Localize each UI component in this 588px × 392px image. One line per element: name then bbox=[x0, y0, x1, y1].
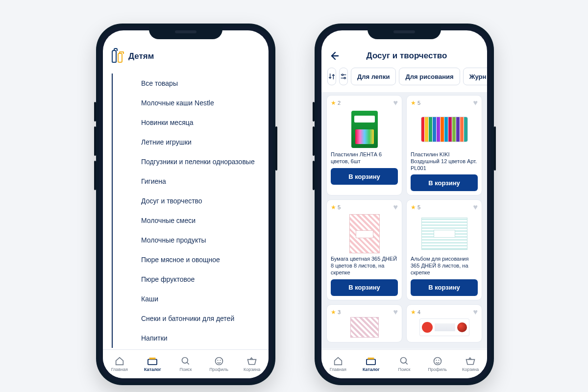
svg-point-2 bbox=[182, 358, 188, 364]
phone-left: Детям Все товары Молочные каши Nestle Но… bbox=[96, 24, 275, 385]
category-item[interactable]: Все товары bbox=[135, 74, 269, 93]
rating: ★2 bbox=[331, 99, 341, 106]
product-card[interactable]: ★5 ♥ Пластилин KIKI Воздушный 12 цветов … bbox=[406, 95, 482, 196]
svg-point-13 bbox=[438, 360, 439, 361]
category-item[interactable]: Каши bbox=[135, 289, 269, 309]
product-image bbox=[411, 213, 478, 255]
product-card[interactable]: ★2 ♥ Пластилин ЛЕНТА 6 цветов, 6шт В кор… bbox=[326, 95, 402, 196]
svg-point-3 bbox=[215, 358, 222, 365]
svg-rect-0 bbox=[148, 359, 157, 365]
nav-label: Поиск bbox=[398, 367, 411, 372]
product-name: Бумага цветная 365 ДНЕЙ 8 цветов 8 листо… bbox=[331, 256, 398, 276]
star-icon: ★ bbox=[331, 204, 336, 211]
nav-catalog[interactable]: Каталог bbox=[136, 350, 170, 378]
filter-chip[interactable]: Для рисования bbox=[399, 68, 460, 85]
home-icon bbox=[114, 356, 125, 366]
category-list: Все товары Молочные каши Nestle Новинки … bbox=[103, 74, 269, 349]
sort-icon bbox=[328, 73, 336, 80]
svg-point-5 bbox=[220, 360, 220, 361]
favorite-button[interactable]: ♥ bbox=[393, 98, 398, 107]
basket-icon bbox=[465, 356, 476, 366]
nav-search[interactable]: Поиск bbox=[388, 350, 421, 378]
product-card[interactable]: ★4 ♥ bbox=[406, 304, 482, 343]
nav-label: Каталог bbox=[144, 367, 161, 372]
nav-label: Корзина bbox=[462, 367, 479, 372]
svg-point-4 bbox=[217, 360, 218, 361]
basket-icon bbox=[246, 356, 257, 366]
category-item[interactable]: Снеки и батончики для детей bbox=[135, 309, 269, 328]
nav-label: Профиль bbox=[428, 367, 447, 372]
product-card[interactable]: ★3 ♥ bbox=[326, 304, 402, 343]
nav-catalog[interactable]: Каталог bbox=[355, 350, 388, 378]
add-to-cart-button[interactable]: В корзину bbox=[331, 168, 398, 185]
star-icon: ★ bbox=[411, 99, 416, 106]
nav-label: Главная bbox=[330, 367, 346, 372]
product-image bbox=[331, 108, 398, 150]
rating: ★5 bbox=[331, 204, 341, 211]
product-image bbox=[411, 108, 478, 150]
catalog-icon bbox=[366, 356, 376, 366]
product-image bbox=[411, 318, 478, 337]
bottom-nav: Главная Каталог Поиск bbox=[103, 349, 269, 378]
category-item[interactable]: Молочные каши Nestle bbox=[135, 93, 269, 113]
product-image bbox=[331, 213, 398, 255]
search-icon bbox=[180, 356, 191, 366]
add-to-cart-button[interactable]: В корзину bbox=[411, 279, 478, 296]
rating: ★3 bbox=[331, 309, 341, 316]
filter-chip[interactable]: Для лепки bbox=[351, 68, 396, 85]
product-card[interactable]: ★5 ♥ Бумага цветная 365 ДНЕЙ 8 цветов 8 … bbox=[326, 199, 402, 300]
phone-right: Досуг и творчество Для лепки Для рисован… bbox=[315, 24, 494, 385]
add-to-cart-button[interactable]: В корзину bbox=[411, 174, 478, 191]
home-icon bbox=[333, 356, 343, 366]
product-card[interactable]: ★5 ♥ Альбом для рисования 365 ДНЕЙ 8 лис… bbox=[406, 199, 482, 300]
svg-point-7 bbox=[344, 77, 345, 79]
nav-profile[interactable]: Профиль bbox=[421, 350, 454, 378]
nav-label: Поиск bbox=[180, 367, 192, 372]
category-item[interactable]: Пюре фруктовое bbox=[135, 270, 269, 289]
category-item[interactable]: Молочные продукты bbox=[135, 230, 269, 250]
nav-label: Корзина bbox=[244, 367, 260, 372]
listing-title: Досуг и творчество bbox=[345, 51, 468, 61]
svg-point-10 bbox=[400, 358, 406, 364]
rating: ★5 bbox=[411, 204, 420, 211]
product-name: Пластилин ЛЕНТА 6 цветов, 6шт bbox=[331, 151, 398, 165]
favorite-button[interactable]: ♥ bbox=[473, 98, 478, 107]
star-icon: ★ bbox=[411, 204, 416, 211]
category-item[interactable]: Пюре мясное и овощное bbox=[135, 250, 269, 270]
category-item[interactable]: Гигиена bbox=[135, 172, 269, 191]
category-item[interactable]: Новинки месяца bbox=[135, 113, 269, 132]
product-grid[interactable]: ★2 ♥ Пластилин ЛЕНТА 6 цветов, 6шт В кор… bbox=[321, 92, 487, 349]
svg-point-11 bbox=[434, 358, 441, 365]
search-icon bbox=[399, 356, 410, 366]
favorite-button[interactable]: ♥ bbox=[393, 308, 398, 317]
favorite-button[interactable]: ♥ bbox=[473, 203, 478, 212]
category-item[interactable]: Молочные смеси bbox=[135, 211, 269, 230]
nav-profile[interactable]: Профиль bbox=[202, 350, 236, 378]
nav-label: Каталог bbox=[363, 367, 380, 372]
favorite-button[interactable]: ♥ bbox=[473, 308, 478, 317]
add-to-cart-button[interactable]: В корзину bbox=[331, 279, 398, 296]
catalog-icon bbox=[147, 356, 158, 366]
bottom-nav: Главная Каталог Поиск Профиль Корзина bbox=[321, 349, 487, 378]
category-item[interactable]: Досуг и творчество bbox=[135, 191, 269, 211]
favorite-button[interactable]: ♥ bbox=[393, 203, 398, 212]
svg-rect-8 bbox=[367, 359, 375, 365]
star-icon: ★ bbox=[331, 309, 336, 316]
baby-products-icon bbox=[112, 50, 122, 63]
nav-search[interactable]: Поиск bbox=[169, 350, 202, 378]
category-item[interactable]: Подгузники и пеленки одноразовые bbox=[135, 152, 269, 172]
star-icon: ★ bbox=[331, 99, 336, 106]
filter-chip[interactable]: Журн bbox=[463, 68, 487, 85]
product-name: Альбом для рисования 365 ДНЕЙ 8 листов, … bbox=[411, 256, 478, 276]
rating: ★4 bbox=[411, 309, 420, 316]
sliders-icon bbox=[340, 73, 347, 80]
product-name: Пластилин KIKI Воздушный 12 цветов Арт. … bbox=[411, 151, 478, 172]
category-item[interactable]: Летние игрушки bbox=[135, 132, 269, 152]
back-button[interactable] bbox=[328, 50, 340, 62]
svg-point-12 bbox=[436, 360, 437, 361]
filter-row: Для лепки Для рисования Журн bbox=[321, 66, 487, 90]
category-item[interactable]: Напитки bbox=[135, 328, 269, 348]
sort-button[interactable] bbox=[327, 68, 336, 85]
filter-button[interactable] bbox=[339, 68, 348, 85]
category-title: Детям bbox=[128, 51, 154, 61]
